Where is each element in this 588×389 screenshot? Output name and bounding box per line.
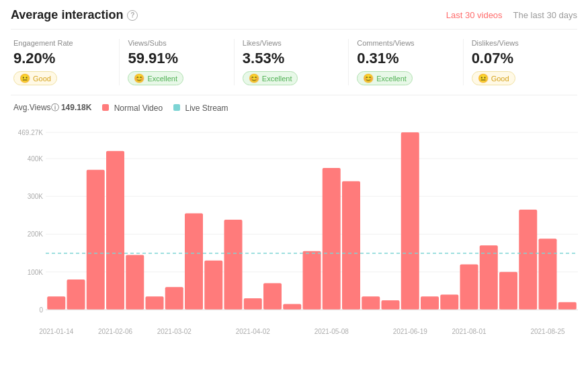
smiley-icon: 😐 <box>19 73 30 83</box>
svg-rect-29 <box>382 300 400 310</box>
smiley-icon: 😊 <box>249 73 259 83</box>
svg-rect-32 <box>440 294 458 310</box>
svg-rect-18 <box>165 287 183 310</box>
metric-value: 0.07% <box>472 50 569 67</box>
smiley-icon: 😊 <box>363 73 374 83</box>
svg-rect-20 <box>204 261 222 310</box>
header-title-group: Average interaction ? <box>11 8 138 22</box>
svg-rect-35 <box>499 272 517 310</box>
svg-rect-28 <box>362 296 380 310</box>
svg-text:2021-08-25: 2021-08-25 <box>530 328 565 335</box>
svg-rect-23 <box>263 284 282 310</box>
svg-text:2021-03-02: 2021-03-02 <box>157 328 192 335</box>
badge-label: Excellent <box>262 75 292 83</box>
filter-last30videos[interactable]: Last 30 videos <box>446 10 503 20</box>
svg-rect-26 <box>323 168 341 310</box>
bar-chart: 0100K200K300K400K469.27K2021-01-142021-0… <box>11 118 585 339</box>
avg-views-label: Avg.Viewsⓘ 149.18K <box>13 102 91 114</box>
metric-value: 0.31% <box>357 50 454 67</box>
svg-rect-15 <box>106 151 124 310</box>
badge-label: Excellent <box>147 75 177 83</box>
legend-normal-video: Normal Video <box>102 103 163 113</box>
metric-label: Dislikes/Views <box>472 39 569 47</box>
svg-rect-19 <box>185 214 203 310</box>
chart-legend: Avg.Viewsⓘ 149.18K Normal Video Live Str… <box>11 102 577 114</box>
svg-rect-31 <box>421 296 439 310</box>
svg-text:2021-06-19: 2021-06-19 <box>393 328 428 335</box>
legend-live-stream: Live Stream <box>173 103 228 113</box>
svg-rect-14 <box>87 170 105 310</box>
metrics-row: Engagement Rate 9.20% 😐 Good Views/Subs … <box>11 30 577 95</box>
svg-text:0: 0 <box>39 306 43 314</box>
svg-text:2021-05-08: 2021-05-08 <box>314 328 349 335</box>
metric-item-2: Likes/Views 3.53% 😊 Excellent <box>235 39 349 85</box>
metric-badge: 😊 Excellent <box>243 71 298 85</box>
svg-text:2021-02-06: 2021-02-06 <box>98 328 133 335</box>
smiley-icon: 😊 <box>134 73 144 83</box>
svg-rect-22 <box>244 298 262 310</box>
svg-rect-34 <box>480 245 498 310</box>
metric-label: Likes/Views <box>243 39 340 47</box>
metric-value: 9.20% <box>13 50 111 67</box>
metric-value: 3.53% <box>243 50 340 67</box>
badge-label: Good <box>491 75 509 83</box>
svg-rect-16 <box>126 255 144 310</box>
metric-item-3: Comments/Views 0.31% 😊 Excellent <box>349 39 463 85</box>
help-icon[interactable]: ? <box>127 10 138 21</box>
svg-rect-27 <box>342 181 360 310</box>
page-title: Average interaction <box>11 8 123 22</box>
header: Average interaction ? Last 30 videos The… <box>11 8 577 30</box>
svg-text:400K: 400K <box>28 155 44 163</box>
svg-text:2021-08-01: 2021-08-01 <box>452 328 487 335</box>
svg-rect-25 <box>303 251 321 310</box>
svg-rect-38 <box>558 302 577 310</box>
normal-video-dot <box>102 104 109 111</box>
svg-rect-36 <box>519 210 537 310</box>
svg-rect-13 <box>67 279 85 310</box>
metric-badge: 😐 Good <box>13 71 57 85</box>
metric-item-0: Engagement Rate 9.20% 😐 Good <box>11 39 120 85</box>
live-stream-dot <box>173 104 180 111</box>
metric-label: Views/Subs <box>128 39 225 47</box>
chart-wrapper: 0100K200K300K400K469.27K2021-01-142021-0… <box>11 118 577 339</box>
main-container: Average interaction ? Last 30 videos The… <box>0 0 588 347</box>
badge-label: Good <box>33 75 51 83</box>
smiley-icon: 😐 <box>478 73 489 83</box>
metric-label: Comments/Views <box>357 39 454 47</box>
metric-item-4: Dislikes/Views 0.07% 😐 Good <box>464 39 577 85</box>
metric-badge: 😐 Good <box>472 71 515 85</box>
svg-rect-17 <box>146 296 164 310</box>
svg-rect-33 <box>460 264 478 310</box>
filter-last30days[interactable]: The last 30 days <box>513 10 577 20</box>
svg-text:300K: 300K <box>28 193 44 200</box>
svg-rect-30 <box>401 132 419 310</box>
svg-text:100K: 100K <box>28 269 44 276</box>
metric-item-1: Views/Subs 59.91% 😊 Excellent <box>120 39 234 85</box>
svg-text:469.27K: 469.27K <box>18 129 44 136</box>
svg-rect-21 <box>224 220 243 310</box>
metric-value: 59.91% <box>128 50 225 67</box>
metric-badge: 😊 Excellent <box>128 71 183 85</box>
avg-views-value: 149.18K <box>61 103 91 112</box>
svg-rect-37 <box>539 239 557 310</box>
svg-rect-24 <box>283 304 301 310</box>
svg-text:2021-04-02: 2021-04-02 <box>236 328 271 335</box>
badge-label: Excellent <box>376 75 407 83</box>
svg-text:200K: 200K <box>28 230 44 238</box>
svg-rect-12 <box>47 296 65 310</box>
header-filters: Last 30 videos The last 30 days <box>446 10 577 20</box>
chart-area: Avg.Viewsⓘ 149.18K Normal Video Live Str… <box>11 95 577 339</box>
metric-label: Engagement Rate <box>13 39 111 47</box>
metric-badge: 😊 Excellent <box>357 71 413 85</box>
svg-text:2021-01-14: 2021-01-14 <box>39 328 74 335</box>
